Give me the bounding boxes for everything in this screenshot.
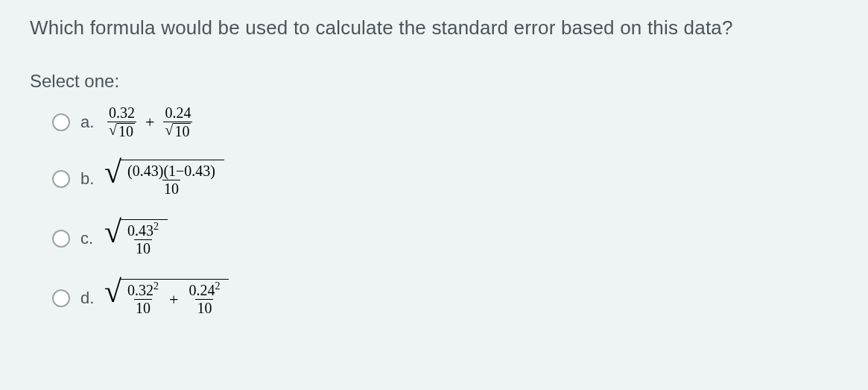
den: 10: [162, 180, 180, 197]
sqrt-icon: √: [104, 224, 121, 262]
num: 0.32: [107, 105, 136, 122]
formula-c: √ 0.432 10: [104, 219, 168, 258]
options-list: a. 0.32 √10 + 0.24 √10 b.: [30, 105, 838, 318]
radio-a[interactable]: [52, 113, 70, 131]
select-prompt: Select one:: [30, 71, 838, 92]
plus-icon: +: [145, 113, 154, 132]
radio-b[interactable]: [52, 170, 70, 188]
option-c[interactable]: c. √ 0.432 10: [52, 219, 838, 258]
question-text: Which formula would be used to calculate…: [30, 16, 838, 40]
num: 0.24: [163, 105, 192, 122]
den: 10: [117, 123, 135, 139]
den: 10: [195, 299, 213, 316]
sqrt-icon: √: [104, 283, 121, 322]
option-letter: d.: [80, 289, 104, 308]
exp: 2: [153, 221, 159, 232]
option-b[interactable]: b. √ (0.43)(1−0.43) 10: [52, 160, 838, 198]
option-a[interactable]: a. 0.32 √10 + 0.24 √10: [52, 105, 838, 139]
formula-d: √ 0.322 10 + 0.242 10: [104, 279, 229, 318]
den: 10: [134, 299, 152, 316]
exp: 2: [215, 280, 220, 292]
sqrt-icon: √: [104, 164, 121, 203]
formula-b: √ (0.43)(1−0.43) 10: [104, 160, 224, 198]
option-letter: c.: [80, 229, 104, 248]
den: 10: [134, 239, 152, 257]
den: 10: [173, 123, 191, 139]
base: 0.43: [127, 222, 153, 239]
formula-a: 0.32 √10 + 0.24 √10: [104, 105, 195, 139]
base: 0.32: [127, 282, 153, 298]
option-letter: a.: [80, 113, 104, 132]
radio-d[interactable]: [52, 289, 70, 307]
plus-icon: +: [169, 290, 178, 309]
base: 0.24: [189, 282, 215, 298]
radio-c[interactable]: [52, 230, 70, 248]
num: (0.43)(1−0.43): [126, 163, 217, 180]
option-letter: b.: [80, 169, 104, 189]
option-d[interactable]: d. √ 0.322 10 + 0.242 10: [52, 279, 838, 318]
exp: 2: [153, 280, 159, 292]
